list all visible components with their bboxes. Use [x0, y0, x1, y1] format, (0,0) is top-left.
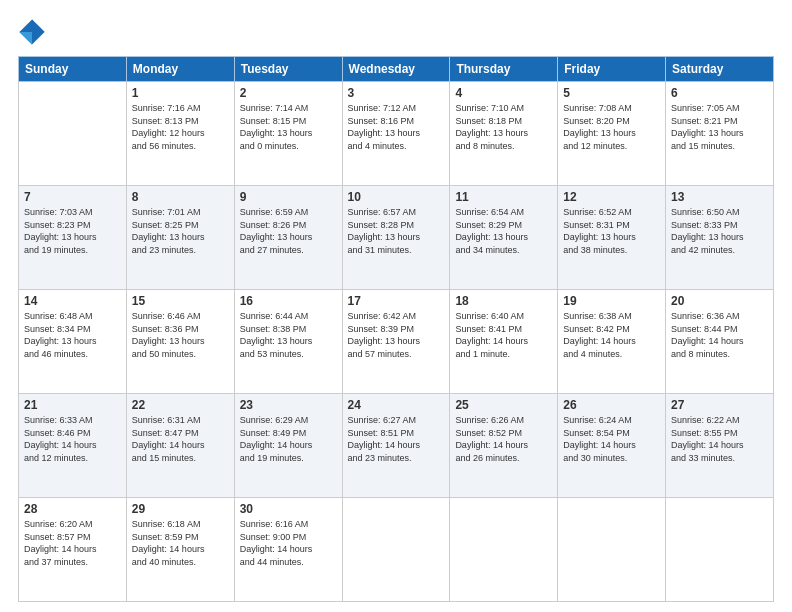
- day-info: Sunrise: 6:40 AMSunset: 8:41 PMDaylight:…: [455, 310, 552, 360]
- calendar-day-cell: 8Sunrise: 7:01 AMSunset: 8:25 PMDaylight…: [126, 186, 234, 290]
- day-number: 4: [455, 86, 552, 100]
- calendar-day-cell: 1Sunrise: 7:16 AMSunset: 8:13 PMDaylight…: [126, 82, 234, 186]
- day-info: Sunrise: 6:50 AMSunset: 8:33 PMDaylight:…: [671, 206, 768, 256]
- calendar-day-cell: [342, 498, 450, 602]
- calendar-day-header: Monday: [126, 57, 234, 82]
- calendar-day-header: Sunday: [19, 57, 127, 82]
- day-info: Sunrise: 7:16 AMSunset: 8:13 PMDaylight:…: [132, 102, 229, 152]
- day-number: 26: [563, 398, 660, 412]
- svg-marker-1: [32, 19, 45, 32]
- calendar-week-row: 7Sunrise: 7:03 AMSunset: 8:23 PMDaylight…: [19, 186, 774, 290]
- day-number: 6: [671, 86, 768, 100]
- calendar-day-cell: 6Sunrise: 7:05 AMSunset: 8:21 PMDaylight…: [666, 82, 774, 186]
- day-info: Sunrise: 7:05 AMSunset: 8:21 PMDaylight:…: [671, 102, 768, 152]
- calendar-day-cell: 5Sunrise: 7:08 AMSunset: 8:20 PMDaylight…: [558, 82, 666, 186]
- day-number: 14: [24, 294, 121, 308]
- calendar-day-cell: 21Sunrise: 6:33 AMSunset: 8:46 PMDayligh…: [19, 394, 127, 498]
- calendar-day-cell: 23Sunrise: 6:29 AMSunset: 8:49 PMDayligh…: [234, 394, 342, 498]
- day-info: Sunrise: 6:33 AMSunset: 8:46 PMDaylight:…: [24, 414, 121, 464]
- day-number: 27: [671, 398, 768, 412]
- day-number: 19: [563, 294, 660, 308]
- day-number: 1: [132, 86, 229, 100]
- calendar-week-row: 21Sunrise: 6:33 AMSunset: 8:46 PMDayligh…: [19, 394, 774, 498]
- day-info: Sunrise: 7:14 AMSunset: 8:15 PMDaylight:…: [240, 102, 337, 152]
- calendar-week-row: 28Sunrise: 6:20 AMSunset: 8:57 PMDayligh…: [19, 498, 774, 602]
- calendar-day-cell: 18Sunrise: 6:40 AMSunset: 8:41 PMDayligh…: [450, 290, 558, 394]
- day-info: Sunrise: 6:38 AMSunset: 8:42 PMDaylight:…: [563, 310, 660, 360]
- day-number: 15: [132, 294, 229, 308]
- day-info: Sunrise: 6:42 AMSunset: 8:39 PMDaylight:…: [348, 310, 445, 360]
- calendar-table: SundayMondayTuesdayWednesdayThursdayFrid…: [18, 56, 774, 602]
- day-number: 22: [132, 398, 229, 412]
- calendar-day-cell: 26Sunrise: 6:24 AMSunset: 8:54 PMDayligh…: [558, 394, 666, 498]
- calendar-day-cell: 27Sunrise: 6:22 AMSunset: 8:55 PMDayligh…: [666, 394, 774, 498]
- day-info: Sunrise: 6:27 AMSunset: 8:51 PMDaylight:…: [348, 414, 445, 464]
- calendar-day-header: Thursday: [450, 57, 558, 82]
- calendar-week-row: 14Sunrise: 6:48 AMSunset: 8:34 PMDayligh…: [19, 290, 774, 394]
- day-info: Sunrise: 7:08 AMSunset: 8:20 PMDaylight:…: [563, 102, 660, 152]
- day-number: 24: [348, 398, 445, 412]
- calendar-day-cell: 12Sunrise: 6:52 AMSunset: 8:31 PMDayligh…: [558, 186, 666, 290]
- calendar-day-cell: [19, 82, 127, 186]
- calendar-day-cell: 15Sunrise: 6:46 AMSunset: 8:36 PMDayligh…: [126, 290, 234, 394]
- calendar-day-cell: 7Sunrise: 7:03 AMSunset: 8:23 PMDaylight…: [19, 186, 127, 290]
- day-info: Sunrise: 7:01 AMSunset: 8:25 PMDaylight:…: [132, 206, 229, 256]
- day-info: Sunrise: 6:20 AMSunset: 8:57 PMDaylight:…: [24, 518, 121, 568]
- calendar-day-cell: 2Sunrise: 7:14 AMSunset: 8:15 PMDaylight…: [234, 82, 342, 186]
- logo-icon: [18, 18, 46, 46]
- day-info: Sunrise: 6:18 AMSunset: 8:59 PMDaylight:…: [132, 518, 229, 568]
- svg-marker-2: [19, 32, 32, 45]
- day-info: Sunrise: 6:26 AMSunset: 8:52 PMDaylight:…: [455, 414, 552, 464]
- calendar-day-cell: 24Sunrise: 6:27 AMSunset: 8:51 PMDayligh…: [342, 394, 450, 498]
- calendar-day-cell: 11Sunrise: 6:54 AMSunset: 8:29 PMDayligh…: [450, 186, 558, 290]
- day-number: 25: [455, 398, 552, 412]
- calendar-day-cell: [450, 498, 558, 602]
- day-info: Sunrise: 7:03 AMSunset: 8:23 PMDaylight:…: [24, 206, 121, 256]
- day-info: Sunrise: 6:57 AMSunset: 8:28 PMDaylight:…: [348, 206, 445, 256]
- day-number: 9: [240, 190, 337, 204]
- day-number: 10: [348, 190, 445, 204]
- day-number: 3: [348, 86, 445, 100]
- day-info: Sunrise: 6:22 AMSunset: 8:55 PMDaylight:…: [671, 414, 768, 464]
- day-info: Sunrise: 7:12 AMSunset: 8:16 PMDaylight:…: [348, 102, 445, 152]
- calendar-day-cell: 10Sunrise: 6:57 AMSunset: 8:28 PMDayligh…: [342, 186, 450, 290]
- calendar-day-cell: 9Sunrise: 6:59 AMSunset: 8:26 PMDaylight…: [234, 186, 342, 290]
- calendar-day-cell: 22Sunrise: 6:31 AMSunset: 8:47 PMDayligh…: [126, 394, 234, 498]
- day-number: 5: [563, 86, 660, 100]
- day-info: Sunrise: 6:59 AMSunset: 8:26 PMDaylight:…: [240, 206, 337, 256]
- calendar-day-header: Saturday: [666, 57, 774, 82]
- calendar-day-cell: [558, 498, 666, 602]
- day-info: Sunrise: 6:36 AMSunset: 8:44 PMDaylight:…: [671, 310, 768, 360]
- calendar-day-header: Friday: [558, 57, 666, 82]
- calendar-day-cell: 14Sunrise: 6:48 AMSunset: 8:34 PMDayligh…: [19, 290, 127, 394]
- day-info: Sunrise: 6:54 AMSunset: 8:29 PMDaylight:…: [455, 206, 552, 256]
- day-number: 20: [671, 294, 768, 308]
- day-number: 7: [24, 190, 121, 204]
- calendar-week-row: 1Sunrise: 7:16 AMSunset: 8:13 PMDaylight…: [19, 82, 774, 186]
- day-number: 12: [563, 190, 660, 204]
- calendar-day-cell: 3Sunrise: 7:12 AMSunset: 8:16 PMDaylight…: [342, 82, 450, 186]
- calendar-day-cell: 20Sunrise: 6:36 AMSunset: 8:44 PMDayligh…: [666, 290, 774, 394]
- calendar-day-cell: 30Sunrise: 6:16 AMSunset: 9:00 PMDayligh…: [234, 498, 342, 602]
- calendar-day-cell: [666, 498, 774, 602]
- logo: [18, 18, 52, 46]
- day-number: 18: [455, 294, 552, 308]
- day-number: 17: [348, 294, 445, 308]
- calendar-day-cell: 29Sunrise: 6:18 AMSunset: 8:59 PMDayligh…: [126, 498, 234, 602]
- day-number: 23: [240, 398, 337, 412]
- calendar-day-cell: 25Sunrise: 6:26 AMSunset: 8:52 PMDayligh…: [450, 394, 558, 498]
- calendar-header-row: SundayMondayTuesdayWednesdayThursdayFrid…: [19, 57, 774, 82]
- day-number: 16: [240, 294, 337, 308]
- day-info: Sunrise: 6:46 AMSunset: 8:36 PMDaylight:…: [132, 310, 229, 360]
- calendar-day-cell: 16Sunrise: 6:44 AMSunset: 8:38 PMDayligh…: [234, 290, 342, 394]
- calendar-day-cell: 28Sunrise: 6:20 AMSunset: 8:57 PMDayligh…: [19, 498, 127, 602]
- day-number: 30: [240, 502, 337, 516]
- day-info: Sunrise: 6:16 AMSunset: 9:00 PMDaylight:…: [240, 518, 337, 568]
- calendar-day-cell: 19Sunrise: 6:38 AMSunset: 8:42 PMDayligh…: [558, 290, 666, 394]
- calendar-day-header: Wednesday: [342, 57, 450, 82]
- day-number: 29: [132, 502, 229, 516]
- calendar-day-cell: 17Sunrise: 6:42 AMSunset: 8:39 PMDayligh…: [342, 290, 450, 394]
- day-info: Sunrise: 6:48 AMSunset: 8:34 PMDaylight:…: [24, 310, 121, 360]
- day-info: Sunrise: 6:31 AMSunset: 8:47 PMDaylight:…: [132, 414, 229, 464]
- header: [18, 18, 774, 46]
